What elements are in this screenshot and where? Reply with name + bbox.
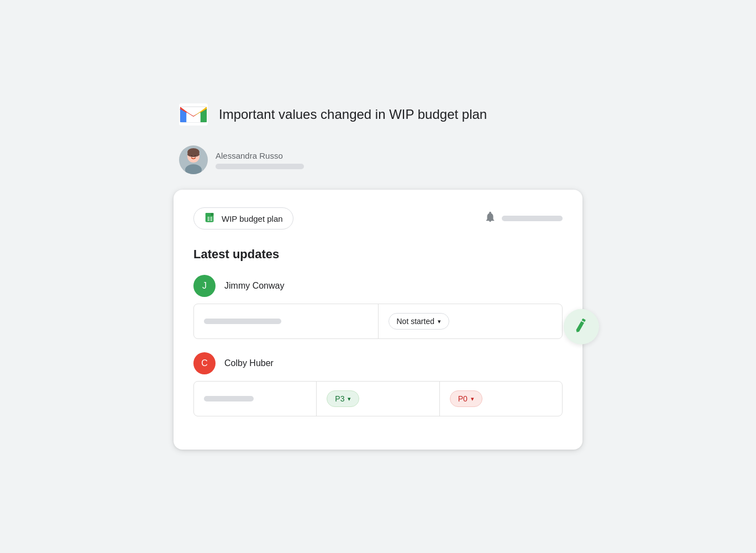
- data-row-jimmy: Not started ▾: [193, 304, 563, 339]
- chevron-down-icon-p0: ▾: [471, 395, 474, 403]
- chevron-down-icon-jimmy: ▾: [438, 318, 441, 325]
- email-subject: Important values changed in WIP budget p…: [219, 107, 487, 122]
- bell-icon: [484, 211, 496, 226]
- email-header: Important values changed in WIP budget p…: [174, 103, 582, 126]
- data-cell-colby-1: [194, 382, 317, 416]
- data-cell-colby-p0[interactable]: P0 ▾: [440, 382, 562, 416]
- edit-fab-button[interactable]: [564, 309, 599, 345]
- svg-point-8: [195, 155, 196, 156]
- avatar-colby: C: [193, 352, 216, 374]
- avatar-letter-colby: C: [201, 358, 208, 368]
- sender-row: Alessandra Russo: [174, 145, 582, 174]
- avatar-jimmy: J: [193, 275, 216, 297]
- sender-info: Alessandra Russo: [216, 151, 304, 169]
- user-row-jimmy: J Jimmy Conway: [193, 275, 563, 297]
- data-bar-jimmy-1: [204, 319, 281, 324]
- card-top-bar: WIP budget plan: [193, 207, 563, 229]
- svg-rect-14: [207, 220, 209, 221]
- update-section-colby: C Colby Huber P3 ▾ P0 ▾: [193, 352, 563, 416]
- status-label-p0: P0: [458, 394, 468, 403]
- user-name-jimmy: Jimmy Conway: [224, 281, 284, 291]
- data-row-colby: P3 ▾ P0 ▾: [193, 381, 563, 416]
- svg-rect-12: [207, 217, 209, 217]
- status-pill-p3[interactable]: P3 ▾: [327, 390, 359, 407]
- sender-avatar: [179, 145, 208, 174]
- status-label-not-started: Not started: [397, 317, 434, 326]
- svg-rect-13: [207, 218, 209, 219]
- update-section-jimmy: J Jimmy Conway Not started ▾: [193, 275, 563, 339]
- notification-area: [484, 211, 563, 226]
- data-cell-jimmy-status[interactable]: Not started ▾: [379, 304, 563, 338]
- data-bar-colby-1: [204, 396, 254, 401]
- spreadsheet-name: WIP budget plan: [222, 214, 283, 223]
- data-cell-colby-p3[interactable]: P3 ▾: [317, 382, 439, 416]
- avatar-letter-jimmy: J: [202, 281, 207, 291]
- svg-rect-11: [211, 213, 214, 216]
- svg-rect-17: [210, 220, 212, 221]
- spreadsheet-pill[interactable]: WIP budget plan: [193, 207, 293, 229]
- gmail-logo-icon: [179, 103, 208, 126]
- svg-rect-15: [210, 217, 212, 217]
- chevron-down-icon-p3: ▾: [348, 395, 351, 403]
- status-label-p3: P3: [335, 394, 344, 403]
- status-pill-not-started[interactable]: Not started ▾: [389, 313, 449, 330]
- sender-email-bar: [216, 164, 304, 169]
- user-name-colby: Colby Huber: [224, 358, 274, 368]
- sender-name: Alessandra Russo: [216, 151, 304, 160]
- user-row-colby: C Colby Huber: [193, 352, 563, 374]
- svg-point-6: [187, 152, 200, 157]
- email-card: WIP budget plan Latest updates J Jimmy C…: [174, 190, 582, 450]
- svg-rect-16: [210, 218, 212, 219]
- notification-label-bar: [502, 216, 563, 221]
- status-pill-p0[interactable]: P0 ▾: [450, 390, 482, 407]
- email-container: Important values changed in WIP budget p…: [162, 81, 594, 472]
- sheets-icon: [204, 212, 216, 225]
- data-cell-jimmy-1: [194, 304, 379, 338]
- pencil-icon: [571, 315, 591, 338]
- svg-point-7: [191, 155, 192, 156]
- section-title: Latest updates: [193, 247, 563, 262]
